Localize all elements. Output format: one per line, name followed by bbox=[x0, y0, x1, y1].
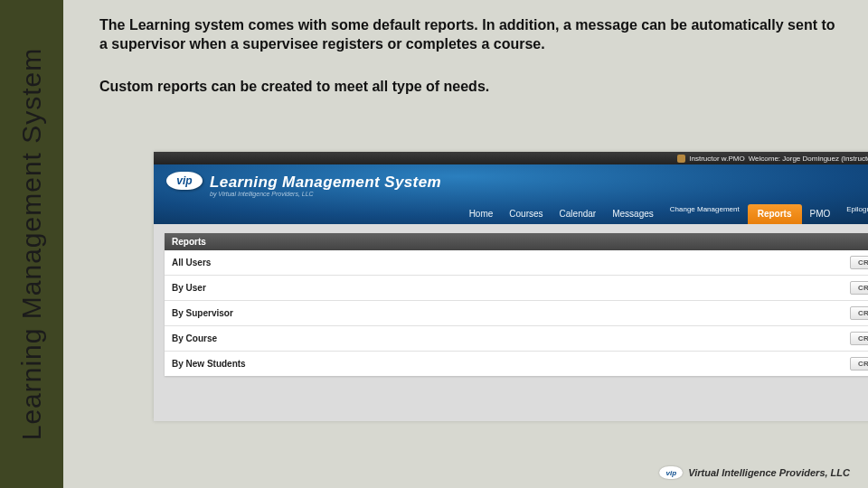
create-button[interactable]: CREATE bbox=[850, 332, 868, 345]
brand-subtitle: by Virtual Intelligence Providers, LLC bbox=[210, 191, 441, 197]
create-button[interactable]: CREATE bbox=[850, 281, 868, 295]
main-nav: Home Courses Calendar Messages Change Ma… bbox=[461, 204, 868, 224]
vip-logo-icon: vip bbox=[659, 466, 683, 479]
create-button[interactable]: CREATE bbox=[850, 306, 868, 320]
nav-epilogue-publisher[interactable]: Epilogue Publisher bbox=[838, 204, 868, 224]
report-row: By New Students CREATE bbox=[165, 352, 868, 376]
brand-logo: vip bbox=[166, 172, 203, 190]
nav-messages[interactable]: Messages bbox=[604, 204, 662, 224]
nav-home[interactable]: Home bbox=[461, 204, 502, 224]
report-row: By User CREATE bbox=[165, 276, 868, 301]
sidebar: Learning Management System bbox=[0, 0, 63, 488]
lms-screenshot: Instructor w.PMO Welcome: Jorge Domingue… bbox=[154, 152, 868, 421]
footer-company: Virtual Intelligence Providers, LLC bbox=[688, 467, 850, 478]
footer-logo: vip Virtual Intelligence Providers, LLC bbox=[659, 466, 850, 479]
report-label: By Supervisor bbox=[172, 308, 233, 318]
paragraph-2: Custom reports can be created to meet al… bbox=[63, 54, 868, 113]
create-button[interactable]: CREATE bbox=[850, 256, 868, 269]
reports-panel-header: Reports bbox=[165, 233, 868, 250]
app-body: Reports All Users CREATE By User CREATE … bbox=[154, 224, 868, 421]
topbar-user-info[interactable]: Instructor w.PMO Welcome: Jorge Domingue… bbox=[677, 155, 868, 163]
topbar-role: Instructor w.PMO bbox=[689, 155, 744, 163]
paragraph-1: The Learning system comes with some defa… bbox=[63, 0, 868, 54]
nav-change-management[interactable]: Change Management bbox=[662, 204, 748, 224]
nav-pmo[interactable]: PMO bbox=[802, 204, 839, 224]
topbar-welcome: Welcome: Jorge Dominguez (Instructor Por… bbox=[749, 155, 868, 163]
content-area: The Learning system comes with some defa… bbox=[63, 0, 868, 488]
report-row: By Course CREATE bbox=[165, 326, 868, 352]
report-label: All Users bbox=[172, 258, 211, 267]
nav-reports[interactable]: Reports bbox=[748, 204, 802, 224]
report-label: By Course bbox=[172, 333, 217, 343]
report-label: By User bbox=[172, 283, 206, 293]
slide: Learning Management System The Learning … bbox=[0, 0, 868, 488]
report-row: All Users CREATE bbox=[165, 250, 868, 276]
vip-logo-icon: vip bbox=[166, 172, 203, 190]
app-topbar: Instructor w.PMO Welcome: Jorge Domingue… bbox=[154, 152, 868, 164]
shield-icon bbox=[677, 155, 685, 163]
app-banner: vip Learning Management System by Virtua… bbox=[154, 164, 868, 224]
brand-title: Learning Management System bbox=[210, 174, 441, 192]
nav-calendar[interactable]: Calendar bbox=[552, 204, 605, 224]
sidebar-title: Learning Management System bbox=[16, 48, 47, 441]
report-row: By Supervisor CREATE bbox=[165, 301, 868, 326]
nav-courses[interactable]: Courses bbox=[501, 204, 551, 224]
create-button[interactable]: CREATE bbox=[850, 357, 868, 371]
brand-text: Learning Management System by Virtual In… bbox=[210, 174, 441, 197]
reports-panel: Reports All Users CREATE By User CREATE … bbox=[165, 233, 868, 376]
report-label: By New Students bbox=[172, 359, 246, 369]
